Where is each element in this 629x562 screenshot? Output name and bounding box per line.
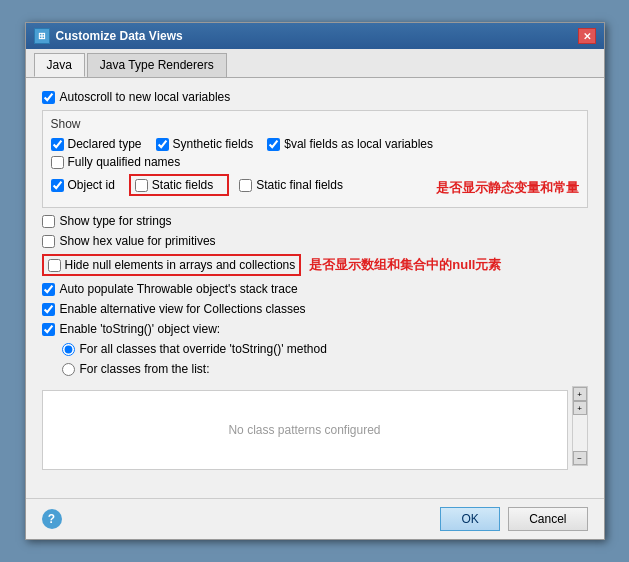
synthetic-fields-checkbox[interactable] [156,138,169,151]
tab-bar: Java Java Type Renderers [26,49,604,78]
show-type-strings-checkbox[interactable] [42,215,55,228]
show-section: Show Declared type Synthetic fields $val… [42,110,588,208]
static-final-fields-label: Static final fields [256,178,343,192]
hide-null-row: Hide null elements in arrays and collect… [42,254,588,276]
static-annotation: 是否显示静态变量和常量 [436,179,579,197]
scroll-up-btn[interactable]: + [573,387,587,401]
ok-button[interactable]: OK [440,507,500,531]
customize-data-views-dialog: ⊞ Customize Data Views ✕ Java Java Type … [25,22,605,540]
radio-all-classes[interactable] [62,343,75,356]
bottom-bar: ? OK Cancel [26,498,604,539]
radio-all-label: For all classes that override 'toString(… [80,342,327,356]
autoscroll-checkbox[interactable] [42,91,55,104]
static-final-fields-item: Static final fields [239,178,343,192]
scroll-plus-btn[interactable]: + [573,401,587,415]
dialog-title: Customize Data Views [56,29,183,43]
autoscroll-row: Autoscroll to new local variables [42,90,588,104]
class-list: No class patterns configured [42,390,568,470]
scroll-minus-btn[interactable]: − [573,451,587,465]
show-hex-label: Show hex value for primitives [60,234,216,248]
static-fields-highlighted: Static fields [129,174,229,196]
static-fields-checkbox[interactable] [135,179,148,192]
hide-null-highlighted: Hide null elements in arrays and collect… [42,254,302,276]
radio-all-row: For all classes that override 'toString(… [62,342,588,356]
val-fields-label: $val fields as local variables [284,137,433,151]
tab-java[interactable]: Java [34,53,85,77]
class-list-empty: No class patterns configured [228,423,380,437]
enable-tostring-row: Enable 'toString()' object view: [42,322,588,336]
help-button[interactable]: ? [42,509,62,529]
show-hex-row: Show hex value for primitives [42,234,588,248]
object-id-checkbox[interactable] [51,179,64,192]
synthetic-fields-label: Synthetic fields [173,137,254,151]
title-bar-left: ⊞ Customize Data Views [34,28,183,44]
radio-list-row: For classes from the list: [62,362,588,376]
show-row-2: Object id Static fields Static final fie… [51,174,579,201]
enable-alternative-label: Enable alternative view for Collections … [60,302,306,316]
show-row-1: Declared type Synthetic fields $val fiel… [51,137,579,169]
declared-type-item: Declared type [51,137,142,151]
close-button[interactable]: ✕ [578,28,596,44]
hide-null-label: Hide null elements in arrays and collect… [65,258,296,272]
static-final-fields-checkbox[interactable] [239,179,252,192]
radio-list-label: For classes from the list: [80,362,210,376]
tab-java-type-renderers[interactable]: Java Type Renderers [87,53,227,77]
hide-null-checkbox[interactable] [48,259,61,272]
enable-tostring-label: Enable 'toString()' object view: [60,322,221,336]
object-id-label: Object id [68,178,115,192]
static-fields-label: Static fields [152,178,213,192]
main-content: Autoscroll to new local variables Show D… [26,78,604,498]
cancel-button[interactable]: Cancel [508,507,587,531]
fully-qualified-item: Fully qualified names [51,155,181,169]
val-fields-checkbox[interactable] [267,138,280,151]
enable-alternative-row: Enable alternative view for Collections … [42,302,588,316]
radio-list-classes[interactable] [62,363,75,376]
fully-qualified-checkbox[interactable] [51,156,64,169]
static-fields-item: Static fields [135,178,213,192]
declared-type-label: Declared type [68,137,142,151]
auto-populate-row: Auto populate Throwable object's stack t… [42,282,588,296]
dialog-icon: ⊞ [34,28,50,44]
scroll-track [573,415,587,451]
enable-tostring-checkbox[interactable] [42,323,55,336]
show-hex-checkbox[interactable] [42,235,55,248]
autoscroll-label: Autoscroll to new local variables [60,90,231,104]
show-type-strings-label: Show type for strings [60,214,172,228]
fully-qualified-label: Fully qualified names [68,155,181,169]
class-list-container: No class patterns configured + + − [42,386,588,478]
null-annotation: 是否显示数组和集合中的null元素 [309,256,501,274]
auto-populate-label: Auto populate Throwable object's stack t… [60,282,298,296]
show-row-2-inner: Object id Static fields Static final fie… [51,174,428,196]
auto-populate-checkbox[interactable] [42,283,55,296]
object-id-item: Object id [51,178,115,192]
scrollbar: + + − [572,386,588,466]
val-fields-item: $val fields as local variables [267,137,433,151]
show-type-strings-row: Show type for strings [42,214,588,228]
show-title: Show [51,117,579,131]
button-group: OK Cancel [440,507,587,531]
synthetic-fields-item: Synthetic fields [156,137,254,151]
declared-type-checkbox[interactable] [51,138,64,151]
enable-alternative-checkbox[interactable] [42,303,55,316]
title-bar: ⊞ Customize Data Views ✕ [26,23,604,49]
